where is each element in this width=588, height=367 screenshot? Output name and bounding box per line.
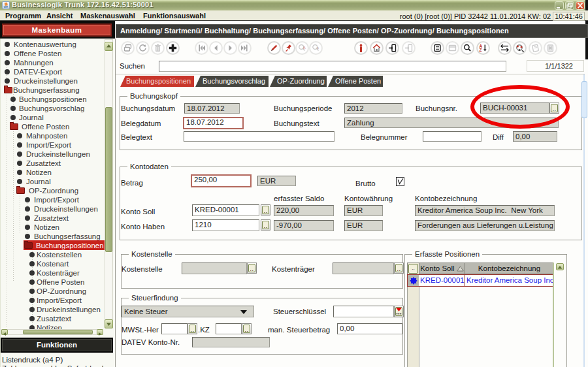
svg-text:Z: Z <box>480 48 482 52</box>
svg-text:a: a <box>317 46 319 50</box>
svg-text:A: A <box>303 46 306 50</box>
